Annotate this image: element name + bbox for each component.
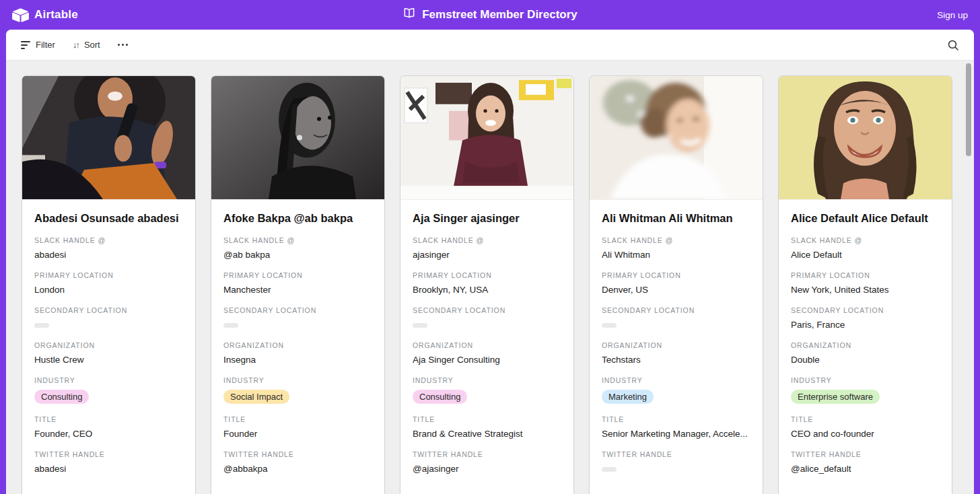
card-fields: SLACK HANDLE @ ajasinger PRIMARY LOCATIO… (413, 236, 561, 474)
card-field: INDUSTRY Enterprise software (791, 376, 940, 404)
card-field: TITLE CEO and co-founder (791, 415, 940, 439)
card-field: SLACK HANDLE @ Alice Default (791, 236, 940, 260)
airtable-logo-icon (12, 8, 29, 22)
field-label: TITLE (413, 415, 561, 423)
field-label: ORGANIZATION (223, 341, 372, 349)
member-name: Abadesi Osunsade abadesi (34, 212, 183, 225)
card-field: TWITTER HANDLE @alice_default (791, 450, 940, 474)
book-icon (403, 7, 416, 24)
field-value: Insegna (223, 355, 372, 365)
filter-icon (21, 41, 30, 49)
member-card[interactable]: Afoke Bakpa @ab bakpa SLACK HANDLE @ @ab… (211, 76, 384, 494)
gallery-view: Abadesi Osunsade abadesi SLACK HANDLE @ … (6, 61, 974, 494)
card-body: Afoke Bakpa @ab bakpa SLACK HANDLE @ @ab… (211, 200, 384, 485)
field-value (602, 464, 750, 474)
field-label: SECONDARY LOCATION (223, 306, 372, 314)
search-button[interactable] (947, 39, 959, 51)
field-value: @alice_default (791, 464, 940, 474)
member-card[interactable]: Alice Default Alice Default SLACK HANDLE… (779, 76, 952, 494)
card-field: TITLE Founder, CEO (34, 415, 183, 439)
field-value: @abbakpa (223, 464, 372, 474)
field-value: Founder (223, 429, 372, 439)
field-value: Founder, CEO (34, 429, 183, 439)
field-value (602, 320, 750, 330)
field-label: SLACK HANDLE @ (34, 236, 183, 244)
empty-value-pill (223, 323, 238, 328)
filter-label: Filter (36, 40, 55, 50)
field-value: Hustle Crew (34, 355, 183, 365)
field-value: London (34, 285, 183, 295)
industry-pill: Social Impact (223, 390, 289, 404)
field-value: Brand & Creative Strategist (413, 429, 561, 439)
airtable-logo[interactable]: Airtable (12, 8, 78, 22)
card-field: PRIMARY LOCATION London (34, 271, 183, 295)
field-value (413, 320, 561, 330)
card-field: INDUSTRY Social Impact (223, 376, 372, 404)
field-value: Consulting (34, 390, 183, 404)
card-fields: SLACK HANDLE @ @ab bakpa PRIMARY LOCATIO… (223, 236, 372, 474)
card-field: ORGANIZATION Aja Singer Consulting (413, 341, 561, 365)
card-field: INDUSTRY Consulting (413, 376, 561, 404)
field-label: PRIMARY LOCATION (791, 271, 940, 279)
view-toolbar: Filter ↓↑ Sort (6, 30, 974, 61)
vertical-scrollbar[interactable] (965, 62, 973, 494)
field-label: SLACK HANDLE @ (791, 236, 940, 244)
field-label: PRIMARY LOCATION (223, 271, 372, 279)
field-label: TITLE (602, 415, 750, 423)
member-photo (779, 76, 952, 200)
field-label: PRIMARY LOCATION (413, 271, 561, 279)
sort-button[interactable]: ↓↑ Sort (73, 40, 100, 50)
member-name: Alice Default Alice Default (791, 212, 940, 225)
empty-value-pill (34, 323, 49, 328)
card-field: SLACK HANDLE @ ajasinger (413, 236, 561, 260)
card-field: TITLE Senior Marketing Manager, Accele..… (602, 415, 750, 439)
card-field: INDUSTRY Consulting (34, 376, 183, 404)
field-label: ORGANIZATION (602, 341, 750, 349)
card-field: TWITTER HANDLE @ajasinger (413, 450, 561, 474)
member-photo (590, 76, 763, 200)
card-field: ORGANIZATION Insegna (223, 341, 372, 365)
content-panel: Filter ↓↑ Sort Abadesi O (6, 30, 974, 494)
field-value: Marketing (602, 390, 750, 404)
field-label: SECONDARY LOCATION (602, 306, 750, 314)
base-title: Femstreet Member Directory (0, 0, 980, 30)
card-field: ORGANIZATION Techstars (602, 341, 750, 365)
member-photo (211, 76, 384, 200)
card-field: ORGANIZATION Hustle Crew (34, 341, 183, 365)
field-label: SECONDARY LOCATION (413, 306, 561, 314)
member-card[interactable]: Abadesi Osunsade abadesi SLACK HANDLE @ … (22, 76, 195, 494)
field-value: @ab bakpa (223, 250, 372, 260)
field-value: Alice Default (791, 250, 940, 260)
field-value (34, 320, 183, 330)
scrollbar-thumb[interactable] (966, 63, 971, 156)
card-field: SECONDARY LOCATION (602, 306, 750, 330)
filter-button[interactable]: Filter (21, 40, 55, 50)
card-field: INDUSTRY Marketing (602, 376, 750, 404)
field-label: SLACK HANDLE @ (223, 236, 372, 244)
field-value: Techstars (602, 355, 750, 365)
signup-button[interactable]: Sign up (937, 10, 968, 20)
sort-label: Sort (84, 40, 100, 50)
field-label: TWITTER HANDLE (223, 450, 372, 458)
field-label: INDUSTRY (34, 376, 183, 384)
field-label: TITLE (34, 415, 183, 423)
field-value: Paris, France (791, 320, 940, 330)
field-value: Social Impact (223, 390, 372, 404)
field-label: PRIMARY LOCATION (34, 271, 183, 279)
empty-value-pill (602, 323, 617, 328)
ellipsis-icon (118, 44, 128, 46)
card-field: SLACK HANDLE @ @ab bakpa (223, 236, 372, 260)
field-value: @ajasinger (413, 464, 561, 474)
member-card[interactable]: Ali Whitman Ali Whitman SLACK HANDLE @ A… (590, 76, 763, 494)
field-label: SLACK HANDLE @ (602, 236, 750, 244)
card-field: SLACK HANDLE @ Ali Whitman (602, 236, 750, 260)
field-value: Consulting (413, 390, 561, 404)
card-field: TWITTER HANDLE @abbakpa (223, 450, 372, 474)
more-options-button[interactable] (118, 44, 128, 46)
card-field: PRIMARY LOCATION Denver, US (602, 271, 750, 295)
field-value: Denver, US (602, 285, 750, 295)
field-label: INDUSTRY (223, 376, 372, 384)
field-label: TWITTER HANDLE (791, 450, 940, 458)
member-card[interactable]: Aja Singer ajasinger SLACK HANDLE @ ajas… (400, 76, 573, 494)
field-label: INDUSTRY (602, 376, 750, 384)
